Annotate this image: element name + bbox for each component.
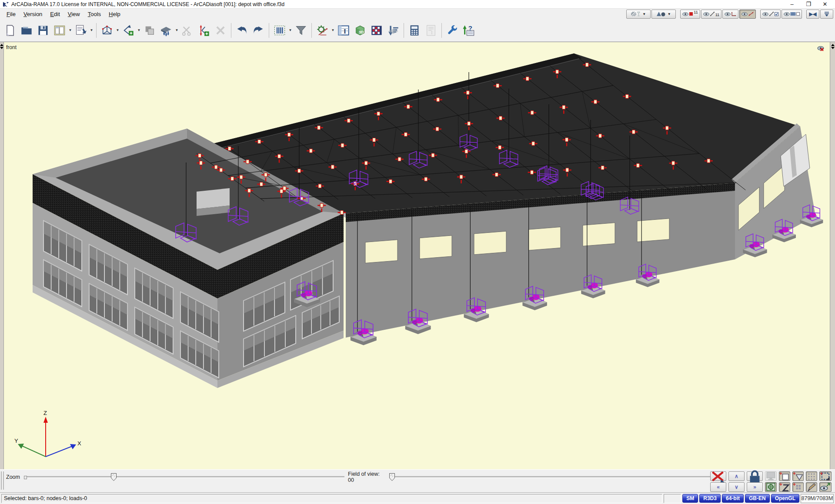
view-dotted-button[interactable] [806,471,817,481]
frame-generator-button[interactable] [99,21,115,40]
hatch-icon [631,12,636,16]
right-splitter[interactable] [830,42,835,469]
import-document-button[interactable] [73,21,89,40]
shading-mode-dropdown[interactable]: ▼ [651,10,676,19]
help-guide-button[interactable]: ? [461,21,477,40]
expand-panel-button[interactable] [820,10,833,19]
redo-button[interactable] [250,21,267,40]
cut-button[interactable] [179,21,196,40]
view-new-window-button[interactable]: + [779,471,790,481]
rotate-down-button[interactable]: ∨ [728,482,745,492]
sort-loads-button[interactable] [385,21,401,40]
delete-button[interactable] [212,21,229,40]
dots-grid-icon [806,471,817,481]
left-splitter[interactable] [0,42,4,469]
project-panels-dropdown[interactable]: ▼ [68,21,73,40]
fov-slider-thumb[interactable] [389,473,395,481]
3d-scene[interactable]: Z Y X [0,42,835,469]
import-document-dropdown[interactable]: ▼ [89,21,94,40]
toggle-grid-visibility[interactable] [782,10,802,19]
menu-file[interactable]: File [3,10,20,18]
select-bars-button[interactable] [271,21,288,40]
bars-down-icon [824,12,829,17]
menu-tools[interactable]: Tools [84,10,105,18]
toggle-dimensions[interactable] [739,10,756,19]
add-bar-button[interactable] [120,21,137,40]
restore-button[interactable]: ❐ [800,0,817,8]
project-panels-button[interactable] [51,21,68,40]
3d-viewport[interactable]: front [0,42,835,469]
results-map-button[interactable] [368,21,385,40]
lock-view-button[interactable] [747,471,763,481]
view-grid-button[interactable]: + [792,482,804,492]
data-table-button[interactable]: I [335,21,352,40]
options-button[interactable] [444,21,461,40]
app-logo-icon [3,1,9,7]
add-load-dropdown[interactable]: ▼ [174,21,179,40]
view-3d-button[interactable]: 3D [352,21,368,40]
menu-edit[interactable]: Edit [46,10,63,18]
select-bars-dropdown[interactable]: ▼ [288,21,293,40]
add-dimension-button[interactable] [196,21,212,40]
close-view-button[interactable] [817,46,826,54]
toolbar-grip[interactable] [1,471,4,490]
close-button[interactable]: ✕ [817,0,833,8]
add-bar-dropdown[interactable]: ▼ [137,21,141,40]
title-bar: ArCADia-RAMA 17.0 License for INTERNAL, … [0,0,835,9]
save-file-button[interactable] [35,21,51,40]
bar-number-badge: 11 [715,13,719,17]
toggle-supports[interactable] [722,10,738,19]
report-button[interactable]: I [423,21,439,40]
minimize-button[interactable]: – [784,0,800,8]
render-mode-dropdown[interactable]: ▼ [626,10,651,19]
view-hourglass-button[interactable]: + [779,482,790,492]
hourglass-icon: + [779,482,790,492]
node-icon [689,12,693,16]
toggle-node-numbers[interactable]: 11 [680,10,700,19]
crop-icon: + [820,471,831,481]
menu-help[interactable]: Help [105,10,124,18]
toggle-bars-visibility[interactable] [760,10,781,19]
new-file-icon [4,24,16,36]
status-badge: OpenGL [771,494,799,503]
add-load-button[interactable] [158,21,174,40]
zoom-slider-thumb[interactable] [111,473,117,481]
fov-slider[interactable] [391,476,715,478]
structure-settings-dropdown[interactable]: ▼ [331,21,335,40]
undo-icon [236,24,248,36]
new-file-button[interactable] [2,21,18,40]
status-spacer [664,494,681,503]
axis-y-label: Y [14,438,18,444]
menu-view[interactable]: View [64,10,84,18]
frame-generator-dropdown[interactable]: ▼ [115,21,120,40]
toggle-bar-numbers[interactable]: 11 [701,10,721,19]
view-edit-button[interactable] [806,482,817,492]
calculator-icon [408,24,421,36]
add-grid-icon: + [793,482,803,492]
calculate-button[interactable] [406,21,423,40]
checkbox-icon [775,12,778,16]
add-triangle-icon: + [793,471,803,481]
collapse-panel-button[interactable]: ▶◀ [806,10,819,19]
screen-fit-button[interactable] [765,482,777,492]
rotate-left-button[interactable]: « [710,482,726,492]
structure-settings-button[interactable] [314,21,331,40]
delete-x-icon [214,24,227,36]
refresh-view-button[interactable] [710,471,726,481]
view-crop-button[interactable]: + [819,471,832,481]
duplicate-button[interactable] [141,21,158,40]
undo-button[interactable] [234,21,250,40]
view-new-triangle-button[interactable]: + [792,471,804,481]
filter-button[interactable] [293,21,309,40]
rotate-right-button[interactable]: » [747,482,763,492]
display-mode-button[interactable] [765,471,777,481]
eye-arrows-icon [820,482,831,492]
zoom-slider[interactable] [24,476,344,478]
svg-text:?: ? [468,24,472,32]
open-file-button[interactable] [18,21,35,40]
status-badge: 64-bit [722,494,744,503]
status-bar: Selected: bars-0; nodes-0; loads-0 SM R3… [0,492,835,504]
menu-version[interactable]: Version [20,10,46,18]
view-visibility-button[interactable] [819,482,832,492]
rotate-up-button[interactable]: ∧ [728,471,745,481]
